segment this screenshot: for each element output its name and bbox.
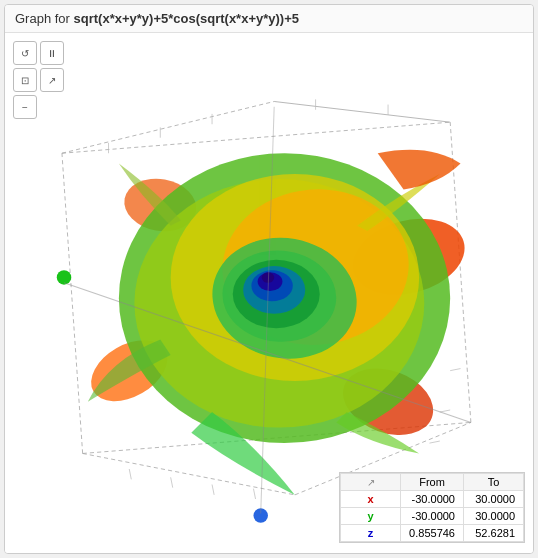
main-container: Graph for sqrt(x*x+y*y)+5*cos(sqrt(x*x+y… <box>4 4 534 554</box>
coord-table: ↗ From To x -30.0000 30.0000 y -30.0000 … <box>339 472 525 543</box>
toolbar: ↺ ⏸ ⊡ ↗ − <box>13 41 64 119</box>
arrow-icon: ↗ <box>367 477 375 488</box>
toolbar-row-3: − <box>13 95 64 119</box>
title-prefix: Graph for <box>15 11 74 26</box>
rotate-button[interactable]: ↗ <box>40 68 64 92</box>
col-from-header: From <box>401 474 464 491</box>
zoom-fit-button[interactable]: ⊡ <box>13 68 37 92</box>
x-to: 30.0000 <box>464 491 524 508</box>
reset-button[interactable]: ↺ <box>13 41 37 65</box>
col-icon-header: ↗ <box>341 474 401 491</box>
axis-y-label: y <box>341 508 401 525</box>
toolbar-row-1: ↺ ⏸ <box>13 41 64 65</box>
z-from: 0.855746 <box>401 525 464 542</box>
graph-area: ↺ ⏸ ⊡ ↗ − ↗ From To <box>5 33 533 553</box>
z-to: 52.6281 <box>464 525 524 542</box>
axis-z-label: z <box>341 525 401 542</box>
pause-button[interactable]: ⏸ <box>40 41 64 65</box>
y-from: -30.0000 <box>401 508 464 525</box>
row-z: z 0.855746 52.6281 <box>341 525 524 542</box>
title-bar: Graph for sqrt(x*x+y*y)+5*cos(sqrt(x*x+y… <box>5 5 533 33</box>
axis-x-label: x <box>341 491 401 508</box>
toolbar-row-2: ⊡ ↗ <box>13 68 64 92</box>
row-x: x -30.0000 30.0000 <box>341 491 524 508</box>
col-to-header: To <box>464 474 524 491</box>
svg-point-22 <box>57 270 71 284</box>
x-from: -30.0000 <box>401 491 464 508</box>
zoom-out-button[interactable]: − <box>13 95 37 119</box>
title-formula: sqrt(x*x+y*y)+5*cos(sqrt(x*x+y*y))+5 <box>74 11 299 26</box>
row-y: y -30.0000 30.0000 <box>341 508 524 525</box>
y-to: 30.0000 <box>464 508 524 525</box>
